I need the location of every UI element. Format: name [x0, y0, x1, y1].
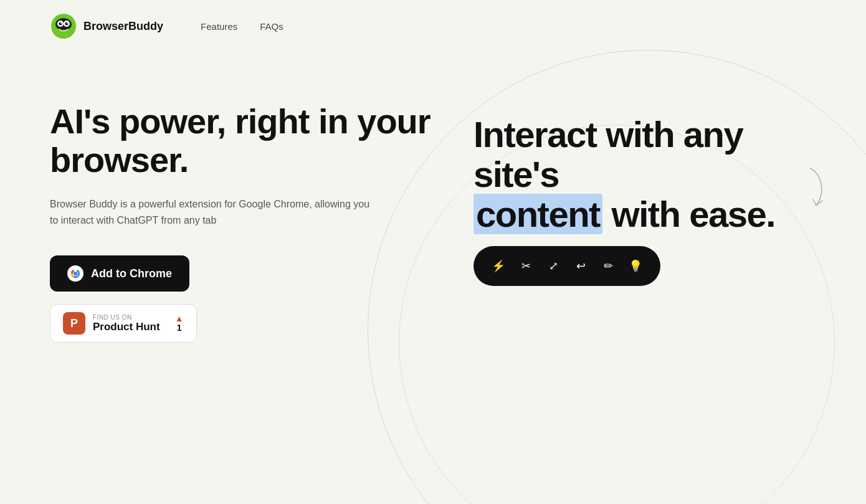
svg-point-7	[67, 22, 68, 24]
undo-button[interactable]: ↩	[568, 254, 593, 278]
expand-button[interactable]: ⤢	[541, 254, 566, 278]
scissors-button[interactable]: ✂	[513, 254, 538, 278]
product-hunt-text: FIND US ON Product Hunt	[93, 314, 160, 333]
upvote-count: 1	[177, 323, 182, 333]
nav-logo[interactable]: BrowserBuddy	[50, 12, 163, 40]
nav-links: Features FAQs	[201, 21, 283, 32]
svg-point-11	[74, 272, 77, 275]
interact-title-highlight: content	[473, 194, 602, 234]
interact-title: Interact with any site's content with ea…	[473, 115, 816, 234]
upvote-arrow-icon: ▲	[175, 314, 184, 323]
svg-point-5	[65, 22, 69, 26]
navbar: BrowserBuddy Features FAQs	[0, 0, 866, 52]
hero-section: AI's power, right in your browser. Brows…	[0, 52, 866, 488]
nav-faqs-link[interactable]: FAQs	[260, 21, 283, 32]
product-hunt-upvote[interactable]: ▲ 1	[175, 314, 184, 333]
hero-right: Interact with any site's content with ea…	[436, 90, 816, 286]
find-us-label: FIND US ON	[93, 314, 160, 321]
logo-icon	[50, 12, 77, 40]
brand-name: BrowserBuddy	[83, 20, 163, 33]
chrome-icon	[67, 265, 83, 282]
add-to-chrome-label: Add to Chrome	[91, 267, 172, 280]
flash-button[interactable]: ⚡	[486, 254, 511, 278]
action-toolbar: ⚡ ✂ ⤢ ↩ ✏ 💡	[473, 246, 660, 286]
interact-title-line2: with ease.	[602, 194, 775, 234]
interact-title-line1: Interact with any site's	[473, 114, 743, 194]
svg-point-4	[59, 22, 62, 26]
hero-left: AI's power, right in your browser. Brows…	[50, 90, 436, 343]
product-hunt-badge[interactable]: P FIND US ON Product Hunt ▲ 1	[50, 304, 197, 343]
nav-features-link[interactable]: Features	[201, 21, 237, 32]
hero-title: AI's power, right in your browser.	[50, 102, 436, 179]
product-hunt-icon: P	[63, 312, 85, 335]
hero-subtitle: Browser Buddy is a powerful extension fo…	[50, 196, 374, 228]
bulb-button[interactable]: 💡	[623, 254, 648, 278]
edit-button[interactable]: ✏	[596, 254, 621, 278]
svg-point-6	[60, 22, 62, 24]
product-hunt-name: Product Hunt	[93, 321, 160, 333]
add-to-chrome-button[interactable]: Add to Chrome	[50, 255, 189, 292]
